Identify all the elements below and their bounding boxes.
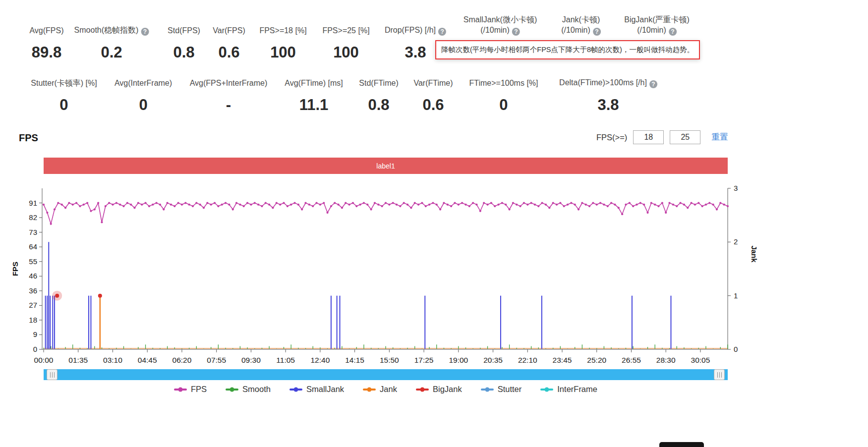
metric-value: 100 xyxy=(322,44,369,61)
metric-label: Avg(FPS+InterFrame) xyxy=(190,78,268,88)
metric-label: Drop(FPS) [/h] xyxy=(385,26,436,34)
metric-label: SmallJank(微小卡顿) xyxy=(463,14,537,25)
svg-text:3: 3 xyxy=(734,184,738,192)
metric-label-line2: (/10min) xyxy=(480,26,510,34)
metric-label: Delta(FTime)>100ms [/h] xyxy=(559,78,647,87)
metric-label: Avg(InterFrame) xyxy=(115,78,172,88)
svg-text:91: 91 xyxy=(29,199,37,207)
reset-button[interactable]: 重置 xyxy=(711,132,728,143)
legend-marker-icon xyxy=(481,389,494,391)
grip-icon xyxy=(717,372,722,378)
help-icon[interactable] xyxy=(438,28,446,36)
fps-threshold-controls: FPS(>=) 重置 xyxy=(596,130,728,144)
metric-label-line2: (/10min) xyxy=(637,26,666,34)
legend-item-stutter[interactable]: Stutter xyxy=(481,385,522,394)
legend-item-smooth[interactable]: Smooth xyxy=(226,385,271,394)
svg-text:36: 36 xyxy=(29,286,37,295)
svg-text:28:30: 28:30 xyxy=(656,356,676,364)
legend-item-smalljank[interactable]: SmallJank xyxy=(289,385,344,394)
chart-label-banner: label1 xyxy=(44,158,728,174)
metric-value: 100 xyxy=(259,44,306,61)
metric-value: 0.6 xyxy=(413,96,453,114)
datazoom-track[interactable] xyxy=(44,369,728,380)
svg-text:64: 64 xyxy=(29,242,37,251)
metric-label: FTime>=100ms [%] xyxy=(469,78,538,88)
metric-value: 89.8 xyxy=(29,44,63,61)
metric-label: Jank(卡顿) xyxy=(561,14,601,25)
svg-text:55: 55 xyxy=(29,257,37,266)
svg-text:22:10: 22:10 xyxy=(518,356,537,364)
metric-fps-ge-18: FPS>=18 [%] 100 xyxy=(259,13,306,61)
drop-fps-help-tooltip: 降帧次数(平均每小时相邻两个FPS点下降大于8帧的次数)，一般叫做抖动趋势。 xyxy=(435,40,700,59)
metric-value: 0.8 xyxy=(168,44,200,61)
metric-jank: Jank(卡顿)(/10min) xyxy=(561,13,601,44)
datazoom-left-handle[interactable] xyxy=(47,369,58,380)
legend-label: BigJank xyxy=(433,385,462,394)
legend-label: InterFrame xyxy=(557,385,597,394)
legend-marker-icon xyxy=(416,389,429,391)
legend-marker-icon xyxy=(289,389,302,391)
datazoom-right-handle[interactable] xyxy=(714,369,725,380)
legend-label: Stutter xyxy=(498,385,522,394)
svg-text:27: 27 xyxy=(29,301,37,309)
svg-text:15:50: 15:50 xyxy=(380,356,399,364)
svg-text:1: 1 xyxy=(734,291,738,300)
svg-text:30:05: 30:05 xyxy=(691,356,710,364)
metric-label: Var(FTime) xyxy=(413,78,453,88)
legend-marker-icon xyxy=(174,389,187,391)
help-icon[interactable] xyxy=(669,28,677,36)
svg-text:73: 73 xyxy=(29,228,37,236)
svg-text:00:00: 00:00 xyxy=(34,356,54,364)
svg-text:19:00: 19:00 xyxy=(449,356,468,364)
metric-delta-ftime: Delta(FTime)>100ms [/h] 3.8 xyxy=(559,77,657,114)
metric-smooth: Smooth(稳帧指数) 0.2 xyxy=(74,13,149,61)
metric-value: - xyxy=(190,96,268,114)
fps-threshold-label: FPS(>=) xyxy=(596,133,627,142)
svg-text:23:45: 23:45 xyxy=(553,356,572,364)
svg-text:20:35: 20:35 xyxy=(483,356,503,364)
svg-text:25:20: 25:20 xyxy=(587,356,606,364)
metric-label-line2: (/10min) xyxy=(561,26,590,34)
help-icon[interactable] xyxy=(512,28,520,36)
svg-text:46: 46 xyxy=(29,272,37,280)
svg-text:82: 82 xyxy=(29,213,37,222)
bottom-corner-overlay xyxy=(659,442,704,447)
legend-marker-icon xyxy=(226,389,238,391)
svg-text:09:30: 09:30 xyxy=(241,356,261,364)
metric-label: Smooth(稳帧指数) xyxy=(74,26,139,34)
svg-text:Jank: Jank xyxy=(750,245,758,263)
help-icon[interactable] xyxy=(593,28,601,36)
metric-avg-ftime: Avg(FTime) [ms] 11.1 xyxy=(285,77,343,114)
metric-value: 0.6 xyxy=(213,44,245,61)
svg-text:17:25: 17:25 xyxy=(414,356,434,364)
metric-var-ftime: Var(FTime) 0.6 xyxy=(413,77,453,114)
metric-stutter: Stutter(卡顿率) [%] 0 xyxy=(31,77,97,114)
metric-label: FPS>=18 [%] xyxy=(259,25,306,36)
datazoom-scrollbar[interactable] xyxy=(44,369,728,381)
metric-label: Std(FTime) xyxy=(359,78,398,88)
legend-item-fps[interactable]: FPS xyxy=(174,385,207,394)
svg-text:9: 9 xyxy=(33,330,37,338)
fps-min-input[interactable] xyxy=(633,130,664,144)
fps-max-input[interactable] xyxy=(670,130,700,144)
metric-avg-fps-interframe: Avg(FPS+InterFrame) - xyxy=(190,77,268,114)
svg-text:06:20: 06:20 xyxy=(173,356,192,364)
legend-marker-icon xyxy=(363,389,376,391)
svg-text:18: 18 xyxy=(29,316,37,324)
metric-value: 0.2 xyxy=(74,44,149,61)
help-icon[interactable] xyxy=(141,28,149,36)
metric-avg-interframe: Avg(InterFrame) 0 xyxy=(115,77,172,114)
legend-item-interframe[interactable]: InterFrame xyxy=(540,385,597,394)
metric-label: FPS>=25 [%] xyxy=(322,25,369,36)
help-icon[interactable] xyxy=(649,80,657,88)
legend-item-bigjank[interactable]: BigJank xyxy=(416,385,462,394)
legend-label: Jank xyxy=(380,385,397,394)
legend-item-jank[interactable]: Jank xyxy=(363,385,397,394)
grip-icon xyxy=(50,372,55,378)
legend-marker-icon xyxy=(540,389,553,391)
svg-text:0: 0 xyxy=(33,345,37,353)
svg-text:26:55: 26:55 xyxy=(622,356,641,364)
metric-label: Var(FPS) xyxy=(213,25,245,36)
legend-label: FPS xyxy=(191,385,207,394)
legend-label: SmallJank xyxy=(306,385,344,394)
